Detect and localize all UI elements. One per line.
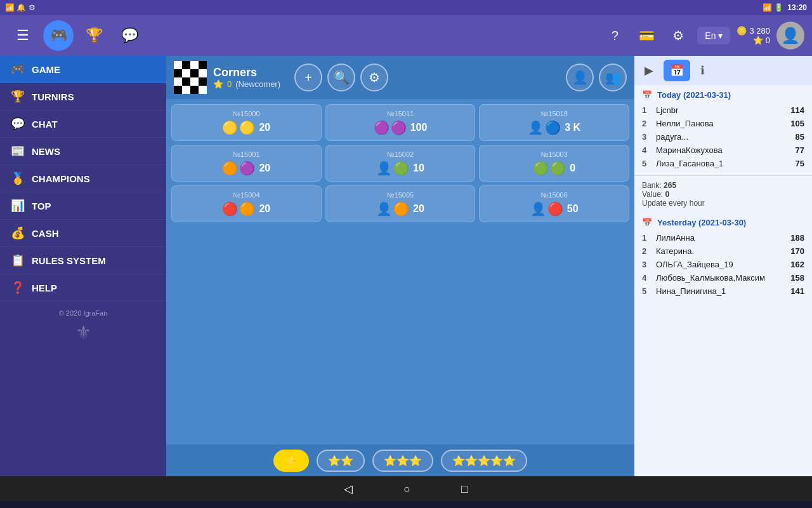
rating-nav-info[interactable]: ℹ	[694, 60, 711, 81]
player-icons: 🟠 🟣	[222, 161, 255, 176]
y-score-3: 162	[790, 260, 804, 269]
room-bet: 100	[410, 122, 428, 133]
star-icon: ⭐	[753, 36, 763, 45]
recent-icon: □	[461, 483, 468, 495]
player-icons: 👤 🟢	[376, 161, 409, 176]
menu-button[interactable]: ☰	[8, 20, 38, 51]
room-card-15002[interactable]: №15002 👤 🟢 10	[325, 145, 476, 182]
rating-2star-button[interactable]: ⭐⭐	[317, 450, 365, 472]
rating-1star-button[interactable]: ⭐	[273, 450, 309, 472]
sidebar-logo: ⚜	[10, 317, 156, 348]
y-score-5: 141	[790, 286, 804, 296]
room-card-15000[interactable]: №15000 🟡 🟡 20	[171, 104, 322, 141]
avatar[interactable]: 👤	[776, 22, 804, 50]
stars-display: ⭐ 0	[753, 36, 770, 45]
language-button[interactable]: En ▾	[697, 27, 730, 44]
game-rating: ⭐ 0 (Newcomer)	[213, 79, 280, 89]
rating-panel: ▶ 📅 ℹ 📅 Today (2021-03-31) 1 Ljcnbr 114 …	[634, 56, 812, 476]
player-icon-1: 🟠	[222, 161, 238, 176]
sidebar-chat-label: CHAT	[32, 119, 58, 130]
room-number: №15002	[334, 150, 468, 158]
champions-icon: 🥇	[10, 171, 25, 185]
trophy-button[interactable]: 🏆	[79, 20, 109, 51]
room-card-15001[interactable]: №15001 🟠 🟣 20	[171, 145, 322, 182]
game-header: Corners ⭐ 0 (Newcomer) + 🔍 ⚙	[166, 56, 634, 99]
sidebar-item-top[interactable]: 📊 TOP	[0, 192, 166, 220]
room-card-15018[interactable]: №15018 👤 🔵 3 K	[479, 104, 629, 141]
game-icon: 🎮	[50, 27, 67, 44]
y-rank-4: 4	[642, 273, 652, 283]
room-bet: 50	[567, 203, 579, 215]
sidebar-item-cash[interactable]: 💰 CASH	[0, 220, 166, 247]
multi-player-button[interactable]: 👥	[599, 64, 627, 91]
help-button[interactable]: ?	[602, 23, 627, 48]
game-thumbnail	[174, 61, 207, 94]
player-name-3: радуга...	[656, 132, 792, 142]
rating-nav-prev[interactable]: ▶	[638, 60, 660, 81]
sidebar-item-news[interactable]: 📰 NEWS	[0, 138, 166, 165]
sidebar-item-help[interactable]: ❓ HELP	[0, 274, 166, 302]
room-players: 🟣 🟣 100	[334, 120, 468, 135]
main-layout: 🎮 GAME 🏆 TURNIRS 💬 CHAT 📰 NEWS 🥇 CHAMPIO…	[0, 56, 812, 476]
wallet-button[interactable]: 💳	[634, 23, 659, 48]
y-ranking-row-5: 5 Нина_Пинигина_1 141	[642, 284, 804, 298]
room-players: 👤 🔵 3 K	[487, 120, 621, 135]
room-players: 🔴 🟠 20	[180, 201, 313, 217]
single-player-button[interactable]: 👤	[566, 64, 594, 91]
single-player-icon: 👤	[572, 70, 588, 85]
y-rank-1: 1	[642, 233, 652, 243]
yesterday-date: 📅 Yesterday (2021-03-30)	[642, 218, 804, 227]
room-bet: 0	[570, 163, 575, 174]
sidebar-item-champions[interactable]: 🥇 CHAMPIONS	[0, 165, 166, 192]
room-card-15011[interactable]: №15011 🟣 🟣 100	[325, 104, 476, 141]
player-icon-2: 🟢	[550, 161, 566, 176]
add-room-button[interactable]: +	[294, 64, 322, 91]
star2-icon: ⭐⭐	[328, 455, 353, 467]
room-number: №15001	[180, 150, 313, 158]
home-button[interactable]: ○	[403, 483, 410, 496]
sidebar-top-label: TOP	[32, 201, 51, 211]
bank-value: 265	[664, 181, 676, 190]
recent-button[interactable]: □	[461, 483, 468, 496]
connectivity-icons: 📶 🔋	[763, 3, 783, 12]
game-button[interactable]: 🎮	[43, 20, 74, 51]
search-room-button[interactable]: 🔍	[327, 64, 355, 91]
value-value: 0	[665, 190, 669, 199]
back-button[interactable]: ◁	[344, 482, 353, 496]
android-nav: ◁ ○ □	[0, 476, 812, 502]
top-nav: ☰ 🎮 🏆 💬 ? 💳 ⚙ En ▾ 🪙 3 280 ⭐	[0, 15, 812, 56]
room-grid: №15000 🟡 🟡 20 №15011 🟣 🟣 100	[166, 99, 634, 444]
room-card-15006[interactable]: №15006 👤 🔴 50	[479, 185, 629, 222]
sidebar-item-rules[interactable]: 📋 RULES SYSTEM	[0, 247, 166, 274]
bottom-bar: ⭐ ⭐⭐ ⭐⭐⭐ ⭐⭐⭐⭐⭐	[166, 444, 634, 476]
multi-player-icon: 👥	[605, 70, 621, 85]
sidebar-item-chat[interactable]: 💬 CHAT	[0, 110, 166, 138]
sidebar-item-game[interactable]: 🎮 GAME	[0, 56, 166, 83]
sidebar-news-label: NEWS	[32, 146, 60, 157]
player-icon-1: 👤	[530, 201, 546, 217]
room-card-15004[interactable]: №15004 🔴 🟠 20	[171, 185, 322, 222]
today-label: Today (2021-03-31)	[657, 90, 731, 100]
ranking-row-2: 2 Нелли_Панова 105	[642, 117, 804, 130]
room-players: 🟢 🟢 0	[487, 161, 621, 176]
y-ranking-row-1: 1 ЛилиАнна 188	[642, 231, 804, 244]
sidebar-game-label: GAME	[32, 64, 60, 75]
rating-5star-button[interactable]: ⭐⭐⭐⭐⭐	[441, 450, 527, 472]
ranking-row-5: 5 Лиза_Гасанова_1 75	[642, 157, 804, 170]
chat-nav-button[interactable]: 💬	[114, 20, 145, 51]
room-players: 🟡 🟡 20	[180, 120, 313, 135]
rating-3star-button[interactable]: ⭐⭐⭐	[372, 450, 433, 472]
coin-icon: 🪙	[737, 26, 747, 36]
rating-nav: ▶ 📅 ℹ	[634, 56, 812, 85]
room-card-15003[interactable]: №15003 🟢 🟢 0	[479, 145, 629, 182]
rating-nav-calendar[interactable]: 📅	[664, 60, 690, 81]
trophy-icon: 🏆	[86, 27, 103, 44]
room-card-15005[interactable]: №15005 👤 🟠 20	[325, 185, 476, 222]
turnirs-icon: 🏆	[10, 90, 25, 104]
sidebar-item-turnirs[interactable]: 🏆 TURNIRS	[0, 83, 166, 110]
settings-button[interactable]: ⚙	[665, 23, 691, 48]
room-players: 👤 🟢 10	[334, 161, 468, 176]
help-sidebar-icon: ❓	[10, 281, 25, 295]
today-section: 📅 Today (2021-03-31) 1 Ljcnbr 114 2 Нелл…	[634, 85, 812, 175]
game-settings-button[interactable]: ⚙	[360, 64, 388, 91]
